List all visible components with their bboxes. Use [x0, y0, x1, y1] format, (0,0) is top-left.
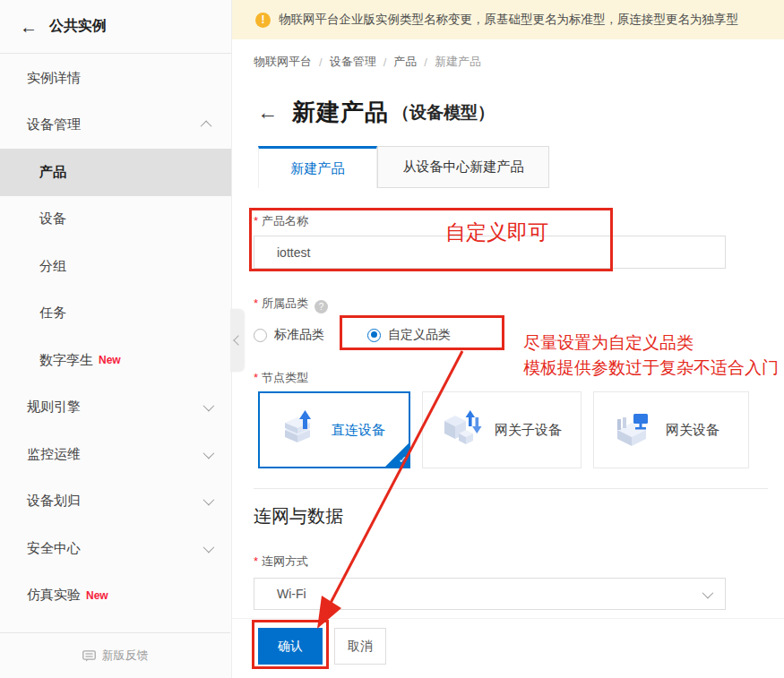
- back-icon[interactable]: ←: [20, 18, 38, 36]
- gateway-device-icon: [612, 410, 653, 450]
- sidebar-item-monitoring-ops[interactable]: 监控运维: [0, 431, 231, 478]
- card-gateway-sub-device[interactable]: 网关子设备: [422, 391, 582, 468]
- chevron-down-icon: [203, 400, 215, 412]
- sidebar-item-security-center[interactable]: 安全中心: [0, 525, 231, 572]
- sidebar-item-devices[interactable]: 设备: [0, 196, 231, 244]
- card-direct-device[interactable]: 直连设备 ✓: [258, 391, 410, 468]
- gateway-sub-device-icon: [441, 410, 482, 450]
- breadcrumb: 物联网平台 / 设备管理 / 产品 / 新建产品: [254, 54, 481, 70]
- required-mark: *: [254, 214, 258, 227]
- product-name-input[interactable]: [254, 236, 726, 269]
- notice-banner: ! 物联网平台企业版实例类型名称变更，原基础型更名为标准型，原连接型更名为独享型: [232, 0, 784, 39]
- help-icon[interactable]: ?: [314, 300, 328, 313]
- breadcrumb-current: 新建产品: [435, 54, 481, 70]
- sidebar-item-simulation-lab[interactable]: 仿真实验New: [0, 572, 231, 620]
- category-label: *所属品类?: [254, 296, 328, 313]
- sidebar-collapse-handle[interactable]: [230, 309, 244, 372]
- card-gateway-device[interactable]: 网关设备: [593, 391, 749, 468]
- confirm-button[interactable]: 确认: [258, 628, 323, 665]
- sidebar-item-rules-engine[interactable]: 规则引擎: [0, 384, 231, 432]
- network-mode-select[interactable]: Wi-Fi: [254, 578, 726, 610]
- radio-custom-category[interactable]: 自定义品类: [367, 327, 451, 343]
- page-title: 新建产品: [292, 97, 389, 128]
- page-header: ← 新建产品 （设备模型）: [257, 97, 495, 128]
- footer-action-bar: 确认 取消: [232, 618, 784, 678]
- chevron-down-icon: [203, 447, 215, 459]
- warning-icon: !: [255, 13, 271, 28]
- new-badge: New: [86, 589, 108, 602]
- radio-standard-category[interactable]: 标准品类: [254, 327, 324, 343]
- category-radio-group: 标准品类 自定义品类: [254, 324, 451, 346]
- page-back-icon[interactable]: ←: [257, 102, 278, 123]
- sidebar-item-products[interactable]: 产品: [0, 149, 231, 196]
- node-type-cards: 直连设备 ✓ 网关子设备 网关设备: [258, 391, 749, 468]
- node-type-label: *节点类型: [254, 370, 308, 386]
- tab-bar: 新建产品 从设备中心新建产品: [258, 146, 549, 188]
- direct-device-icon: [278, 410, 319, 450]
- network-mode-label: *连网方式: [254, 554, 308, 570]
- sidebar-item-digital-twin[interactable]: 数字孪生New: [0, 337, 231, 384]
- chevron-left-icon: [233, 335, 243, 345]
- network-data-section-title: 连网与数据: [254, 504, 343, 528]
- chevron-down-icon: [702, 587, 714, 598]
- product-name-label: *产品名称: [254, 213, 308, 229]
- feedback-button[interactable]: 新版反馈: [0, 632, 230, 678]
- sidebar-item-device-management[interactable]: 设备管理: [0, 102, 231, 150]
- sidebar-item-device-assignment[interactable]: 设备划归: [0, 478, 231, 526]
- sidebar-item-groups[interactable]: 分组: [0, 243, 231, 290]
- tab-create-from-device-center[interactable]: 从设备中心新建产品: [377, 146, 549, 188]
- banner-text: 物联网平台企业版实例类型名称变更，原基础型更名为标准型，原连接型更名为独享型: [279, 12, 738, 28]
- sidebar-nav: 实例详情 设备管理 产品 设备 分组 任务 数字孪生New 规则引擎 监控运维 …: [0, 55, 231, 619]
- section-divider: [254, 488, 768, 489]
- page-subtitle: （设备模型）: [392, 101, 495, 124]
- breadcrumb-device-management[interactable]: 设备管理: [330, 54, 376, 70]
- chevron-down-icon: [203, 541, 215, 553]
- sidebar-header: ← 公共实例: [0, 0, 231, 54]
- sidebar: ← 公共实例 实例详情 设备管理 产品 设备 分组 任务 数字孪生New 规则引…: [0, 0, 232, 678]
- tab-create-product[interactable]: 新建产品: [258, 146, 377, 188]
- sidebar-item-jobs[interactable]: 任务: [0, 290, 231, 338]
- radio-circle-icon: [367, 329, 381, 342]
- instance-title: 公共实例: [49, 17, 107, 36]
- breadcrumb-products[interactable]: 产品: [393, 54, 417, 70]
- feedback-icon: [82, 650, 96, 662]
- main-content: ! 物联网平台企业版实例类型名称变更，原基础型更名为标准型，原连接型更名为独享型…: [232, 0, 784, 678]
- radio-circle-icon: [254, 329, 267, 342]
- chevron-up-icon: [201, 121, 212, 133]
- check-icon: ✓: [399, 454, 407, 466]
- breadcrumb-iot-platform[interactable]: 物联网平台: [254, 54, 312, 70]
- sidebar-item-instance-details[interactable]: 实例详情: [0, 55, 231, 102]
- network-mode-value: Wi-Fi: [277, 587, 306, 601]
- new-badge: New: [99, 354, 121, 366]
- chevron-down-icon: [203, 494, 215, 506]
- cancel-button[interactable]: 取消: [334, 628, 386, 665]
